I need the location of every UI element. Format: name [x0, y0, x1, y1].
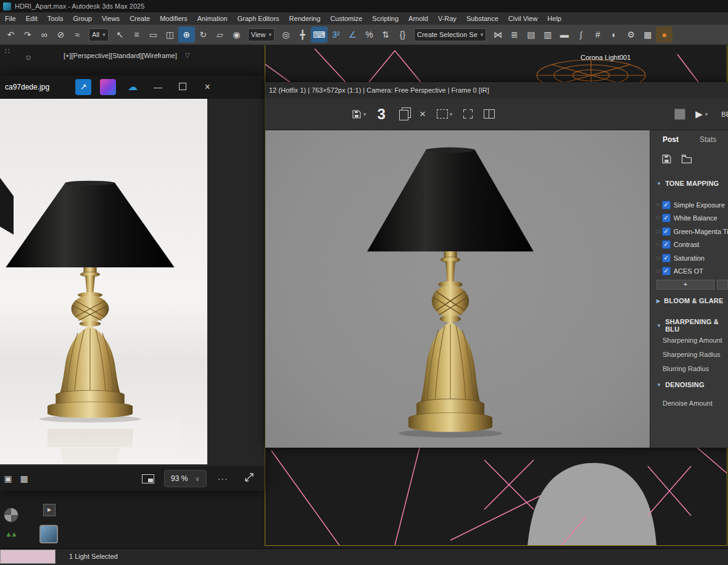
onedrive-icon[interactable]: ☁: [125, 79, 141, 95]
render-production-icon[interactable]: ●: [656, 27, 672, 43]
tone-mapping-item[interactable]: White Balance: [650, 212, 728, 223]
zoom-fit-icon[interactable]: [463, 109, 473, 119]
named-selection-sets-icon[interactable]: {}: [394, 27, 411, 43]
drag-grip-icon[interactable]: [656, 241, 660, 248]
clear-vfb-icon[interactable]: ×: [420, 108, 426, 120]
ribbon-icon[interactable]: ▬: [556, 27, 573, 43]
vfb-titlebar[interactable]: 12 (Hotfix 1) | 763×572px (1:1) | Camera…: [265, 82, 728, 99]
menu-graph-editors[interactable]: Graph Editors: [233, 12, 284, 25]
drag-grip-icon[interactable]: [656, 228, 660, 235]
viewport-label[interactable]: [+][Perspective][Standard][Wireframe]: [64, 52, 177, 59]
menu-edit[interactable]: Edit: [21, 12, 43, 25]
mirror-icon[interactable]: ⋈: [489, 27, 506, 43]
menu-create[interactable]: Create: [125, 12, 155, 25]
checkbox-checked-icon[interactable]: [662, 254, 671, 262]
group-people-icon[interactable]: ☺: [25, 53, 32, 62]
render-setup-icon[interactable]: ⚙: [623, 27, 639, 43]
section-tone-mapping[interactable]: ▼ TONE MAPPING: [650, 180, 728, 187]
select-and-place-icon[interactable]: ◉: [228, 27, 245, 43]
snaps-toggle-icon[interactable]: 3²: [328, 27, 344, 43]
material-swatch-icon[interactable]: [39, 525, 58, 543]
menu-tools[interactable]: Tools: [43, 12, 68, 25]
maximize-button[interactable]: [170, 75, 195, 99]
curve-editor-icon[interactable]: ∫: [573, 27, 589, 43]
stop-render-icon[interactable]: [674, 109, 685, 120]
drag-grip-icon[interactable]: [656, 268, 660, 274]
zoom-control[interactable]: 93 % ∨: [164, 470, 207, 487]
drag-grip-icon[interactable]: [656, 202, 660, 208]
selection-filter-dropdown[interactable]: All ▾: [89, 28, 109, 41]
undo-icon[interactable]: ↶: [2, 27, 19, 43]
menu-scripting[interactable]: Scripting: [367, 12, 403, 25]
region-render-icon[interactable]: ▾: [437, 109, 453, 119]
coord-system-dropdown[interactable]: View ▾: [248, 28, 275, 41]
play-box-icon[interactable]: ▶: [43, 504, 56, 516]
menu-arnold[interactable]: Arnold: [403, 12, 433, 25]
save-image-icon[interactable]: ▾: [352, 109, 366, 119]
color-swatch[interactable]: [0, 550, 56, 564]
tone-mapping-item[interactable]: Saturation: [650, 253, 728, 263]
select-by-name-icon[interactable]: ≡: [128, 27, 145, 43]
edit-image-icon[interactable]: [100, 79, 116, 95]
drag-grip-icon[interactable]: [656, 215, 660, 221]
add-operator-button[interactable]: +: [656, 280, 714, 290]
tone-mapping-item[interactable]: Green-Magenta Ti: [650, 226, 728, 236]
close-button[interactable]: ×: [195, 75, 220, 99]
menu-rendering[interactable]: Rendering: [284, 12, 326, 25]
tone-mapping-item[interactable]: Simple Exposure: [650, 199, 728, 210]
unlink-selection-icon[interactable]: ⊘: [52, 27, 69, 43]
save-config-icon[interactable]: [661, 154, 672, 165]
keyboard-override-icon[interactable]: ⌨: [311, 27, 328, 43]
named-selection-dropdown[interactable]: Create Selection Se ▾: [414, 28, 486, 41]
tone-mapping-item[interactable]: Contrast: [650, 239, 728, 249]
menu-customize[interactable]: Customize: [325, 12, 367, 25]
vfb-render-canvas[interactable]: [265, 130, 650, 448]
copy-image-icon[interactable]: [399, 110, 408, 120]
select-and-scale-icon[interactable]: ▱: [212, 27, 228, 43]
layer-explorer-icon[interactable]: ▥: [539, 27, 556, 43]
menu-help[interactable]: Help: [542, 12, 566, 25]
checkbox-checked-icon[interactable]: [662, 240, 671, 249]
window-crossing-icon[interactable]: ◫: [162, 27, 178, 43]
schematic-view-icon[interactable]: #: [589, 27, 606, 43]
chevron-down-icon[interactable]: ▾: [705, 111, 708, 117]
start-interactive-icon[interactable]: ▶: [695, 109, 703, 120]
photo-canvas[interactable]: [0, 99, 207, 464]
menu-animation[interactable]: Animation: [192, 12, 233, 25]
section-sharpening-blur[interactable]: ▼ SHARPENING & BLU: [650, 318, 728, 333]
section-denoising[interactable]: ▼ DENOISING: [650, 381, 728, 388]
gallery-icon[interactable]: ▣: [0, 474, 16, 483]
spinner-snap-icon[interactable]: ⇅: [378, 27, 394, 43]
menu-civil-view[interactable]: Civil View: [503, 12, 542, 25]
tone-mapping-item[interactable]: ACES OT: [650, 266, 728, 276]
percent-snap-icon[interactable]: %: [361, 27, 378, 43]
tab-stats[interactable]: Stats: [700, 135, 716, 144]
more-options-icon[interactable]: ···: [218, 474, 228, 483]
section-bloom-glare[interactable]: ▶ BLOOM & GLARE: [650, 297, 728, 304]
checkbox-checked-icon[interactable]: [662, 214, 671, 222]
filmstrip-icon[interactable]: ▦: [16, 474, 32, 483]
menu-modifiers[interactable]: Modifiers: [155, 12, 192, 25]
menu-substance[interactable]: Substance: [461, 12, 503, 25]
grid-dots-icon[interactable]: ∷: [5, 47, 10, 56]
scene-explorer-icon[interactable]: ▤: [523, 27, 539, 43]
tab-post[interactable]: Post: [663, 135, 679, 144]
bind-to-spacewarp-icon[interactable]: ≈: [69, 27, 86, 43]
picture-in-picture-icon[interactable]: [142, 474, 154, 483]
select-and-rotate-icon[interactable]: ↻: [195, 27, 212, 43]
fullscreen-icon[interactable]: [244, 472, 254, 485]
filter-funnel-icon[interactable]: ▽: [185, 52, 190, 59]
material-editor-icon[interactable]: ◐: [606, 27, 623, 43]
select-and-link-icon[interactable]: ∞: [36, 27, 52, 43]
rect-selection-region-icon[interactable]: ▭: [145, 27, 162, 43]
load-config-icon[interactable]: [681, 154, 692, 165]
render-pass-dropdown[interactable]: BE: [721, 111, 728, 118]
checkbox-checked-icon[interactable]: [662, 267, 671, 275]
menu-vray[interactable]: V-Ray: [433, 12, 461, 25]
use-pivot-center-icon[interactable]: ◎: [278, 27, 294, 43]
minimize-button[interactable]: —: [146, 75, 170, 99]
share-icon[interactable]: ↗: [75, 79, 91, 95]
checkbox-checked-icon[interactable]: [662, 227, 671, 236]
select-and-manipulate-icon[interactable]: ╋: [294, 27, 311, 43]
align-icon[interactable]: ≣: [506, 27, 523, 43]
